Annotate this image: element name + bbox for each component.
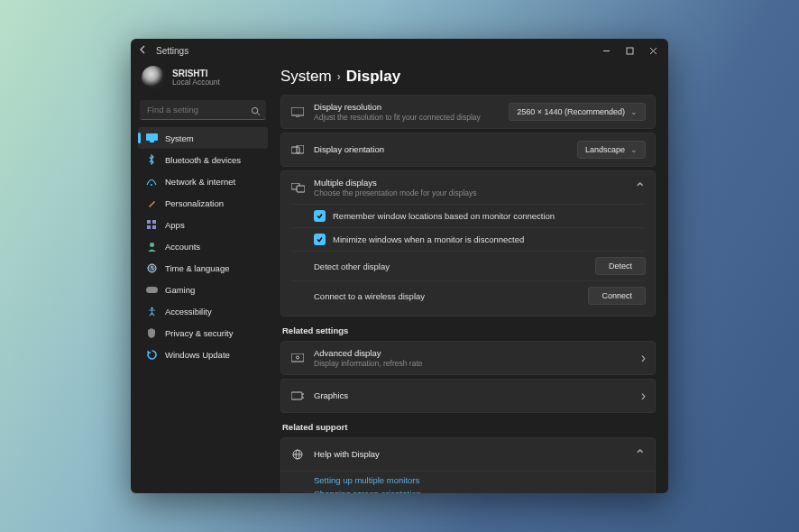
breadcrumb: System › Display (280, 62, 656, 95)
wireless-display-row: Connect to a wireless display Connect (290, 280, 646, 310)
svg-rect-5 (150, 141, 154, 142)
svg-point-14 (151, 307, 153, 309)
resolution-icon (290, 105, 305, 119)
nav-label: Apps (165, 220, 185, 230)
multiple-displays-icon (290, 180, 305, 195)
related-settings-heading: Related settings (282, 326, 656, 335)
action-label: Connect to a wireless display (314, 291, 425, 301)
privacy-icon (145, 326, 158, 339)
detect-button[interactable]: Detect (595, 257, 646, 275)
nav-label: Network & internet (165, 177, 235, 187)
app-title: Settings (152, 46, 594, 56)
nav-item-accessibility[interactable]: Accessibility (138, 300, 268, 322)
nav: System Bluetooth & devices Network & int… (138, 127, 268, 365)
chevron-down-icon: ⌄ (630, 145, 638, 154)
graphics-row[interactable]: Graphics › (280, 379, 656, 413)
help-link-monitors[interactable]: Setting up multiple monitors (314, 475, 646, 485)
svg-rect-23 (291, 392, 302, 399)
nav-item-accounts[interactable]: Accounts (138, 235, 268, 257)
nav-item-update[interactable]: Windows Update (138, 344, 268, 365)
resolution-dropdown[interactable]: 2560 × 1440 (Recommended) ⌄ (509, 103, 646, 121)
row-title: Display orientation (314, 144, 568, 154)
close-button[interactable] (641, 41, 665, 60)
search-box[interactable] (140, 100, 266, 120)
network-icon (145, 175, 158, 188)
multiple-displays-card: Multiple displays Choose the presentatio… (280, 170, 656, 316)
svg-rect-17 (291, 147, 299, 153)
svg-point-2 (252, 107, 257, 113)
maximize-button[interactable] (618, 41, 641, 60)
help-icon (290, 447, 305, 462)
settings-window: Settings SRISHTI Local Account (131, 39, 668, 493)
svg-rect-18 (297, 145, 304, 153)
dropdown-value: 2560 × 1440 (Recommended) (517, 107, 625, 116)
graphics-icon (290, 389, 305, 403)
dropdown-value: Landscape (585, 145, 625, 154)
nav-item-gaming[interactable]: Gaming (138, 279, 268, 300)
svg-point-22 (297, 356, 299, 359)
nav-label: System (165, 133, 194, 143)
advanced-display-icon (290, 351, 305, 365)
chevron-down-icon: ⌄ (630, 107, 638, 116)
nav-label: Gaming (165, 285, 195, 295)
svg-rect-10 (152, 225, 156, 229)
connect-button[interactable]: Connect (588, 287, 646, 305)
personalization-icon (145, 197, 158, 209)
main-content[interactable]: System › Display Display resolution Adju… (273, 62, 668, 493)
nav-label: Personalization (165, 198, 224, 208)
chevron-up-icon: ⌃ (634, 179, 646, 197)
nav-item-privacy[interactable]: Privacy & security (138, 322, 268, 344)
svg-point-11 (150, 243, 154, 247)
nav-label: Accounts (165, 242, 200, 252)
row-sub: Choose the presentation mode for your di… (314, 188, 625, 197)
back-button[interactable] (134, 45, 152, 56)
help-link-orientation[interactable]: Changing screen orientation (314, 489, 646, 493)
nav-item-system[interactable]: System (138, 127, 268, 149)
svg-point-6 (151, 184, 152, 186)
checkbox-checked-icon[interactable] (314, 234, 326, 245)
update-icon (145, 348, 158, 361)
resolution-row: Display resolution Adjust the resolution… (280, 95, 656, 129)
row-sub: Adjust the resolution to fit your connec… (314, 113, 500, 122)
nav-item-time[interactable]: Time & language (138, 257, 268, 279)
option-label: Minimize windows when a monitor is disco… (333, 234, 524, 244)
profile[interactable]: SRISHTI Local Account (138, 62, 268, 98)
minimize-button[interactable] (594, 41, 618, 60)
orientation-dropdown[interactable]: Landscape ⌄ (577, 141, 646, 159)
search-icon (251, 104, 261, 120)
accessibility-icon (145, 305, 158, 317)
row-title: Graphics (314, 390, 632, 400)
checkbox-checked-icon[interactable] (314, 210, 326, 222)
row-sub: Display information, refresh rate (314, 359, 632, 368)
breadcrumb-parent[interactable]: System (280, 68, 332, 86)
advanced-display-row[interactable]: Advanced display Display information, re… (280, 341, 656, 375)
row-title: Multiple displays (314, 178, 625, 188)
nav-item-personalization[interactable]: Personalization (138, 192, 268, 214)
apps-icon (145, 218, 158, 231)
accounts-icon (145, 240, 158, 252)
nav-label: Bluetooth & devices (165, 155, 241, 165)
svg-rect-13 (146, 287, 158, 293)
svg-rect-21 (291, 353, 304, 362)
nav-item-apps[interactable]: Apps (138, 214, 268, 235)
minimize-windows-option[interactable]: Minimize windows when a monitor is disco… (290, 227, 646, 251)
row-title: Display resolution (314, 102, 500, 112)
option-label: Remember window locations based on monit… (333, 211, 555, 221)
svg-rect-8 (152, 220, 156, 224)
remember-locations-option[interactable]: Remember window locations based on monit… (290, 204, 646, 227)
nav-item-bluetooth[interactable]: Bluetooth & devices (138, 149, 268, 170)
svg-rect-1 (627, 48, 633, 54)
chevron-right-icon: › (337, 70, 341, 83)
detect-display-row: Detect other display Detect (290, 251, 646, 280)
multiple-displays-header[interactable]: Multiple displays Choose the presentatio… (281, 171, 655, 204)
gaming-icon (145, 283, 158, 296)
nav-label: Time & language (165, 263, 229, 273)
help-header[interactable]: Help with Display ⌃ (281, 438, 655, 471)
row-title: Advanced display (314, 348, 632, 358)
titlebar: Settings (131, 39, 668, 62)
svg-rect-15 (291, 107, 304, 115)
bluetooth-icon (145, 153, 158, 166)
nav-item-network[interactable]: Network & internet (138, 170, 268, 192)
search-input[interactable] (140, 100, 266, 120)
svg-rect-9 (147, 225, 151, 229)
